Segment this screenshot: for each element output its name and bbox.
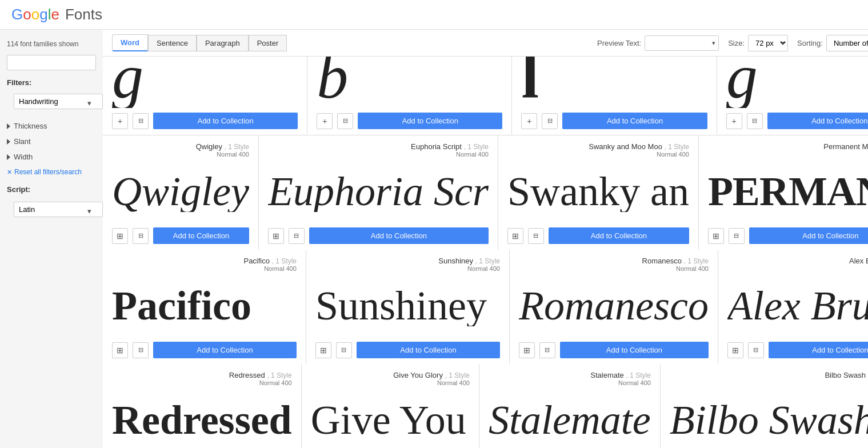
triangle-icon [7, 154, 10, 160]
category-dropdown[interactable]: Handwriting [14, 94, 103, 109]
font-style-giveyouglory: Normal 400 [437, 379, 470, 386]
add-collection-btn-p4[interactable]: Add to Collection [767, 113, 868, 129]
search-input[interactable] [7, 55, 96, 70]
add-collection-btn-alexbrush[interactable]: Add to Collection [769, 342, 868, 358]
font-footer-partial-4: + ⊟ Add to Collection [726, 113, 868, 129]
grid-view-btn-euphoria[interactable]: ⊞ [268, 228, 284, 244]
grid-view-btn-permanent[interactable]: ⊞ [708, 228, 724, 244]
font-name-stalemate: Stalemate , 1 Style [590, 371, 651, 379]
add-collection-btn-qwigley[interactable]: Add to Collection [153, 227, 249, 244]
x-icon: ✕ [7, 169, 12, 176]
add-icon-btn-p4[interactable]: + [726, 113, 742, 129]
grid-view-btn-sunshiney[interactable]: ⊞ [315, 342, 331, 358]
list-icon-btn-p2[interactable]: ⊟ [337, 113, 353, 129]
font-preview-partial-1: g [112, 57, 298, 108]
add-collection-btn-p2[interactable]: Add to Collection [358, 113, 502, 129]
font-preview-text-sunshiney: Sunshiney [315, 285, 487, 326]
add-collection-btn-p3[interactable]: Add to Collection [562, 113, 707, 129]
tab-word[interactable]: Word [112, 34, 148, 51]
font-preview-text-giveyouglory: Give You [311, 399, 466, 441]
font-header-romanesco: Romanesco , 1 Style Normal 400 [519, 257, 709, 272]
font-header-redressed: Redressed , 1 Style Normal 400 [112, 371, 292, 386]
add-collection-btn-sunshiney[interactable]: Add to Collection [357, 342, 500, 358]
font-grid: g + ⊟ Add to Collection b + ⊟ Ad [103, 57, 868, 448]
add-collection-btn-swanky[interactable]: Add to Collection [549, 227, 689, 244]
font-preview-romanesco: Romanesco [519, 274, 709, 337]
preview-text-group: Preview Text: ▾ [597, 35, 719, 51]
font-footer-partial-2: + ⊟ Add to Collection [317, 113, 502, 129]
sorting-select[interactable]: Number of styles [826, 35, 868, 51]
font-footer-permanent: ⊞ ⊟ Add to Collection [708, 227, 868, 244]
font-header-alexbrush: Alex Brush , 1 Style Normal 400 [727, 257, 868, 272]
list-icon-btn-p4[interactable]: ⊟ [747, 113, 763, 129]
logo-fonts-text: Fonts [65, 6, 102, 23]
list-view-btn-swanky[interactable]: ⊟ [528, 228, 544, 244]
font-name-romanesco: Romanesco , 1 Style [642, 257, 709, 265]
font-header-permanent: Permanent Marker , 1 Style Normal 400 [708, 142, 868, 158]
font-card-euphoria: Euphoria Script , 1 Style Normal 400 Eup… [259, 135, 498, 250]
preview-text-input[interactable] [645, 35, 719, 51]
add-collection-btn-permanent[interactable]: Add to Collection [749, 227, 868, 244]
grid-view-btn-qwigley[interactable]: ⊞ [112, 228, 128, 244]
list-view-btn-alexbrush[interactable]: ⊟ [748, 342, 764, 358]
font-preview-partial-4: g [726, 57, 868, 108]
list-icon-btn-p1[interactable]: ⊟ [133, 113, 149, 129]
add-collection-btn-romanesco[interactable]: Add to Collection [560, 342, 709, 358]
font-name-redressed: Redressed , 1 Style [229, 371, 292, 379]
add-collection-btn-pacifico[interactable]: Add to Collection [153, 342, 297, 358]
font-footer-pacifico: ⊞ ⊟ Add to Collection [112, 342, 297, 358]
list-view-btn-pacifico[interactable]: ⊟ [133, 342, 149, 358]
sidebar-filter-slant[interactable]: Slant [0, 134, 103, 149]
font-preview-text-stalemate: Stalemate [489, 399, 651, 441]
font-preview-partial-3: l [521, 57, 707, 108]
logo-google-text: Google [11, 6, 59, 23]
font-header-euphoria: Euphoria Script , 1 Style Normal 400 [268, 142, 489, 158]
font-header-sunshiney: Sunshiney , 1 Style Normal 400 [315, 257, 500, 272]
font-card-permanent: Permanent Marker , 1 Style Normal 400 PE… [699, 135, 868, 250]
list-icon-btn-p3[interactable]: ⊟ [542, 113, 558, 129]
slant-label: Slant [14, 137, 31, 146]
list-view-btn-permanent[interactable]: ⊟ [729, 228, 745, 244]
add-icon-btn-p3[interactable]: + [521, 113, 537, 129]
sidebar-filter-thickness[interactable]: Thickness [0, 118, 103, 134]
thickness-label: Thickness [14, 122, 47, 130]
reset-filters-link[interactable]: ✕ Reset all filters/search [0, 165, 103, 179]
font-preview-bilboswash: Bilbo Swash C [670, 389, 868, 448]
size-select[interactable]: 72 px [748, 35, 788, 51]
triangle-icon [7, 139, 10, 145]
font-preview-text-qwigley: Qwigley [112, 171, 249, 212]
tab-sentence[interactable]: Sentence [148, 35, 197, 51]
list-view-btn-romanesco[interactable]: ⊟ [539, 342, 555, 358]
google-fonts-logo[interactable]: Google Fonts [11, 6, 102, 23]
tab-paragraph[interactable]: Paragraph [197, 35, 249, 51]
font-card-giveyouglory: Give You Glory , 1 Style Normal 400 Give… [302, 364, 479, 448]
grid-view-btn-alexbrush[interactable]: ⊞ [727, 342, 743, 358]
main-layout: 114 font families shown Filters: Handwri… [0, 30, 868, 448]
tab-poster[interactable]: Poster [249, 35, 287, 51]
font-preview-giveyouglory: Give You [311, 389, 470, 448]
sidebar-filter-width[interactable]: Width [0, 149, 103, 165]
list-view-btn-sunshiney[interactable]: ⊟ [336, 342, 352, 358]
font-preview-partial-2: b [317, 57, 502, 108]
add-icon-btn-p2[interactable]: + [317, 113, 333, 129]
font-name-qwigley: Qwigley , 1 Style [196, 142, 249, 151]
font-style-count-val: 1 Style [228, 143, 249, 151]
font-row-partial: g + ⊟ Add to Collection b + ⊟ Ad [103, 57, 868, 135]
font-footer-partial-3: + ⊟ Add to Collection [521, 113, 707, 129]
preview-text-label: Preview Text: [597, 39, 641, 47]
font-footer-alexbrush: ⊞ ⊟ Add to Collection [727, 342, 868, 358]
font-name-swanky: Swanky and Moo Moo , 1 Style [589, 142, 689, 151]
font-style-sunshiney: Normal 400 [467, 265, 500, 272]
list-view-btn-euphoria[interactable]: ⊟ [289, 228, 305, 244]
add-collection-btn-p1[interactable]: Add to Collection [153, 113, 298, 129]
grid-view-btn-romanesco[interactable]: ⊞ [519, 342, 535, 358]
grid-view-btn-swanky[interactable]: ⊞ [507, 228, 523, 244]
font-header-swanky: Swanky and Moo Moo , 1 Style Normal 400 [507, 142, 689, 158]
grid-view-btn-pacifico[interactable]: ⊞ [112, 342, 128, 358]
add-icon-btn-p1[interactable]: + [112, 113, 128, 129]
script-dropdown[interactable]: Latin [14, 202, 103, 217]
font-style-romanesco: Normal 400 [676, 265, 709, 272]
list-view-btn-qwigley[interactable]: ⊟ [133, 228, 149, 244]
add-collection-btn-euphoria[interactable]: Add to Collection [309, 227, 489, 244]
font-preview-pacifico: Pacifico [112, 274, 297, 337]
